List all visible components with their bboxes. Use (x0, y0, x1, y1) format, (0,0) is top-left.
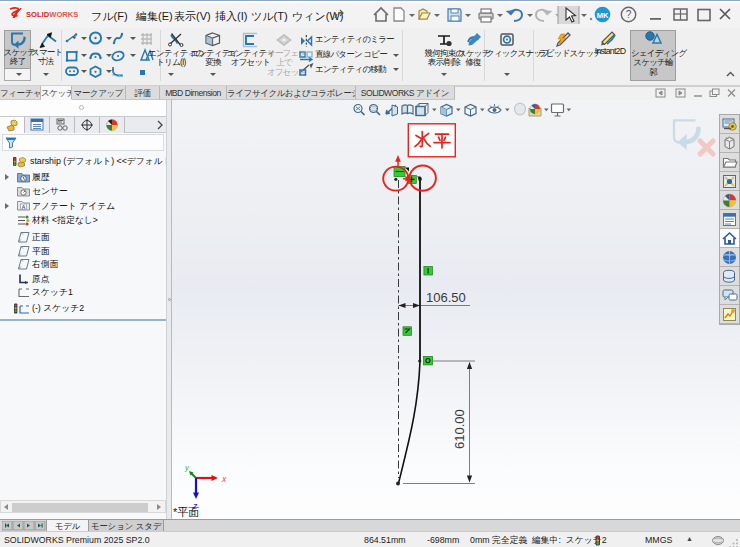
svg-text:106.50: 106.50 (426, 290, 466, 305)
svg-text:?: ? (626, 9, 632, 20)
svg-text:MK: MK (597, 11, 609, 20)
svg-text:610.00: 610.00 (452, 409, 467, 449)
svg-text:x: x (221, 474, 227, 484)
svg-text:y: y (184, 463, 190, 472)
svg-text:SOLIDWORKS: SOLIDWORKS (26, 10, 78, 19)
svg-text:A: A (22, 204, 26, 210)
